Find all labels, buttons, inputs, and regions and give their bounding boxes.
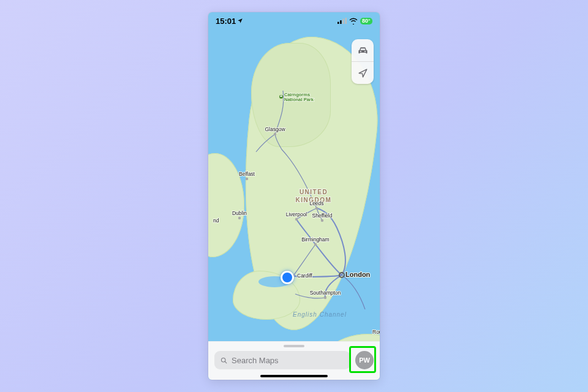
map-controls <box>352 39 374 84</box>
city-label[interactable]: Belfast <box>239 171 255 177</box>
park-label-2: National Park <box>284 97 314 102</box>
user-location-pin[interactable] <box>281 271 294 284</box>
city-label[interactable]: Rou <box>372 329 380 335</box>
location-arrow-icon <box>357 67 369 79</box>
city-label[interactable]: Leeds <box>309 200 323 206</box>
city-label[interactable]: Birmingham <box>301 236 329 243</box>
svg-point-7 <box>221 358 225 362</box>
profile-initials: PW <box>359 356 370 364</box>
svg-rect-3 <box>337 22 339 24</box>
cellular-icon <box>337 18 347 24</box>
city-dot[interactable] <box>246 178 248 180</box>
city-label[interactable]: Sheffield <box>312 213 333 219</box>
svg-rect-5 <box>342 19 344 24</box>
city-label[interactable]: nd <box>213 217 219 224</box>
driving-mode-button[interactable] <box>352 39 374 61</box>
city-dot[interactable] <box>295 218 298 221</box>
city-dot[interactable] <box>321 219 323 222</box>
city-label[interactable]: Glasgow <box>265 126 285 132</box>
city-label[interactable]: London <box>345 271 371 278</box>
english-channel-label: English Channel <box>293 311 347 318</box>
search-icon <box>220 356 228 364</box>
home-indicator[interactable] <box>260 375 328 377</box>
svg-rect-6 <box>345 18 347 24</box>
city-label[interactable]: Liverpool <box>286 211 307 217</box>
svg-rect-4 <box>340 20 342 24</box>
sheet-grabber[interactable] <box>284 345 304 347</box>
city-dot[interactable] <box>315 207 318 209</box>
location-services-icon <box>237 18 243 24</box>
search-placeholder: Search Maps <box>232 356 279 365</box>
search-input[interactable]: Search Maps <box>214 351 350 369</box>
status-bar: 15:01 80⁺ <box>208 12 380 29</box>
status-time: 15:01 <box>216 17 236 26</box>
profile-avatar-button[interactable]: PW <box>355 351 374 369</box>
phone-screen: UNITED KINGDOM Cairngorms National Park … <box>208 12 380 380</box>
car-icon <box>357 45 369 56</box>
battery-pill: 80⁺ <box>360 18 372 24</box>
city-dot[interactable] <box>238 217 241 219</box>
country-label-1: UNITED <box>300 189 328 195</box>
city-label[interactable]: Cardiff <box>297 273 313 279</box>
city-dot[interactable] <box>324 296 326 299</box>
search-sheet[interactable]: Search Maps PW <box>208 341 380 380</box>
locate-me-button[interactable] <box>352 61 374 84</box>
city-label[interactable]: Dublin <box>232 210 247 216</box>
city-dot[interactable] <box>274 133 276 135</box>
city-dot[interactable] <box>314 243 317 246</box>
city-label[interactable]: Southampton <box>310 290 341 296</box>
svg-line-8 <box>225 361 226 363</box>
wifi-icon <box>349 18 358 24</box>
